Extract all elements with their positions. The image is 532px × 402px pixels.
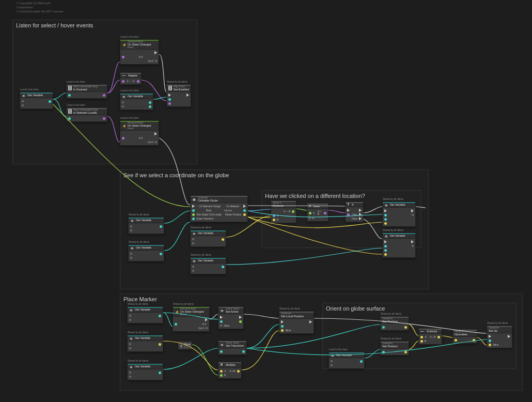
- node-less[interactable]: <Less AA < B B: [307, 203, 328, 222]
- node-set-local-position[interactable]: Shared by all clients TransformSet Local…: [279, 311, 314, 334]
- license-comment: // Copyright (c) Microsoft Corporation. …: [17, 2, 64, 13]
- document-icon: [168, 86, 172, 90]
- group-title: Orient on globe surface: [326, 305, 385, 312]
- group-title: Listen for select / hover events: [16, 22, 93, 28]
- multiply-icon: ✕: [220, 363, 223, 367]
- node-get-variable[interactable]: Shared by all clients ▣Get Variable: [127, 363, 163, 380]
- node-get-variable[interactable]: Shared by all clients ▣Get Variable: [190, 257, 226, 274]
- bolt-icon: ⚡: [175, 310, 179, 314]
- node-get-position[interactable]: Shared by all clients TransformGet Posit…: [380, 341, 409, 355]
- document-icon: [68, 109, 72, 114]
- bolt-icon: ⚡: [122, 42, 126, 47]
- node-set-active[interactable]: ▣Game ObjectSet Active Value: [218, 306, 244, 329]
- cube-icon: ▣: [122, 94, 126, 98]
- minus-icon: —: [122, 73, 126, 77]
- node-subtract[interactable]: —Subtract AA – B B: [418, 328, 442, 345]
- node-on-state-changed[interactable]: Local to this client ⚡ Microsoft MeshOn …: [120, 120, 159, 146]
- node-negate[interactable]: —Negate X → -X: [120, 72, 142, 85]
- group-title: See if we select a coordinate on the glo…: [123, 172, 229, 178]
- bolt-icon: ⚡: [122, 123, 126, 128]
- node-on-state-changed[interactable]: Shared by all clients ⚡ Microsoft MeshOn…: [173, 306, 210, 332]
- node-get-variable[interactable]: Shared by all clients ▣Get Variable: [127, 335, 163, 352]
- branch-icon: ?: [347, 203, 349, 206]
- node-get-variable[interactable]: Shared by all clients ▣Get Variable: [128, 217, 164, 234]
- node-get-variable[interactable]: Local to this client ▣Get Variable: [20, 92, 53, 109]
- node-normalize[interactable]: Vector 3Normalize: [452, 329, 477, 344]
- node-get-position[interactable]: Shared by all clients TransformGet Posit…: [380, 316, 409, 331]
- document-icon: [68, 86, 72, 90]
- node-get-variable[interactable]: Shared by all clients ▣Get Variable: [128, 244, 164, 261]
- node-distance[interactable]: Vector 3Distance A ↔ B A B: [271, 200, 296, 223]
- node-is-selected-locally[interactable]: Local to this client Mesh Interactable B…: [66, 107, 107, 122]
- node-get-variable[interactable]: Local to this client ▣Get Variable: [328, 352, 365, 369]
- node-clickable-globe[interactable]: ▦SubgraphClickable Globe On Selected Cha…: [190, 195, 248, 222]
- node-get-variable[interactable]: Local to this client ▣Get Variable: [120, 93, 153, 110]
- minus-icon: —: [420, 329, 424, 333]
- cube-icon: ▣: [22, 93, 26, 97]
- node-float[interactable]: ● Float0.5: [178, 341, 192, 350]
- node-set-enabled[interactable]: Shared by all clients Align RotorSet Ena…: [166, 84, 191, 107]
- subgraph-icon: ▦: [192, 197, 196, 202]
- node-multiply[interactable]: ✕Multiply AA × B B: [218, 362, 242, 379]
- float-icon: ●: [179, 343, 183, 348]
- node-get-transform[interactable]: ▣Game ObjectGet Transform: [218, 341, 247, 355]
- node-get-variable[interactable]: Shared by all clients ▣Get Variable: [190, 230, 226, 247]
- node-if[interactable]: ?If True False: [345, 202, 364, 222]
- node-set-up[interactable]: Shared by all clients TransformSet Up Va…: [487, 326, 512, 348]
- node-is-hovered[interactable]: Local to this client Mesh Interactable B…: [66, 84, 107, 99]
- group-title: Have we clicked on a different location?: [265, 193, 365, 199]
- less-than-icon: <: [309, 204, 311, 208]
- node-on-state-changed[interactable]: Local to this client ⚡ Microsoft MeshOn …: [120, 39, 159, 65]
- node-set-variable[interactable]: Shared by all clients ▣Set Variable: [382, 202, 416, 227]
- group-title: Place Marker: [123, 296, 157, 302]
- node-get-variable[interactable]: Shared by all clients ▣Get Variable: [127, 306, 163, 323]
- node-set-variable[interactable]: Shared by all clients ▣Set Variable: [382, 233, 416, 258]
